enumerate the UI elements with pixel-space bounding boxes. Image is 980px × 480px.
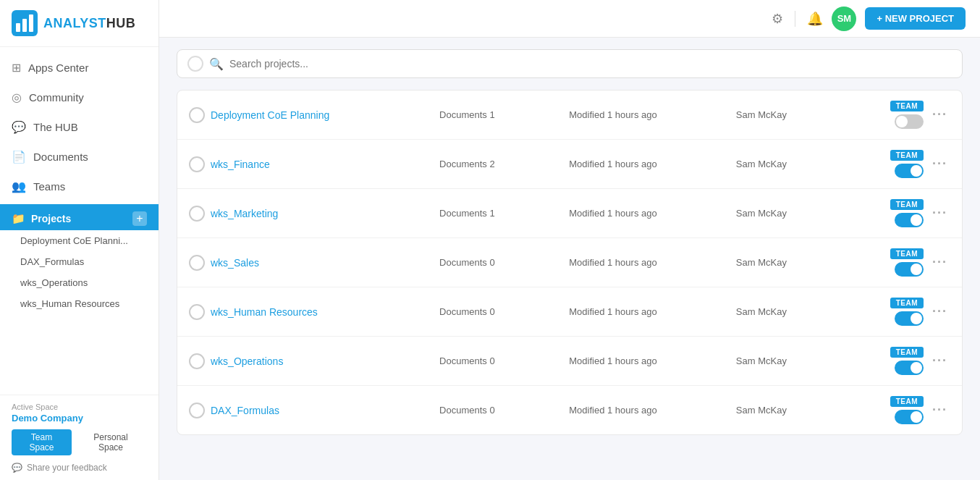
sidebar-item-teams[interactable]: 👥 Teams	[0, 172, 159, 201]
table-row: wks_Finance Documents 2 Modified 1 hours…	[177, 140, 962, 189]
topbar-divider	[795, 11, 795, 27]
hub-icon: 💬	[12, 120, 26, 134]
project-badge-toggle: TEAM	[866, 347, 924, 375]
table-row: DAX_Formulas Documents 0 Modified 1 hour…	[177, 386, 962, 434]
more-options-button[interactable]: ···	[929, 304, 950, 319]
community-icon: ◎	[12, 90, 22, 104]
project-owner: Sam McKay	[736, 405, 860, 416]
project-badge-toggle: TEAM	[866, 396, 924, 424]
project-name[interactable]: wks_Finance	[211, 159, 434, 170]
more-options-button[interactable]: ···	[929, 403, 950, 418]
toggle-knob	[911, 313, 922, 324]
table-row: wks_Sales Documents 0 Modified 1 hours a…	[177, 238, 962, 287]
row-checkbox[interactable]	[189, 403, 205, 418]
feedback-link[interactable]: 💬 Share your feedback	[12, 463, 147, 473]
project-docs: Documents 0	[439, 355, 563, 366]
apps-center-icon: ⊞	[12, 61, 21, 75]
project-modified: Modified 1 hours ago	[569, 306, 730, 317]
sidebar-bottom: Active Space Demo Company Team Space Per…	[0, 395, 159, 480]
notification-icon[interactable]: 🔔	[807, 11, 823, 27]
sidebar-item-apps-center[interactable]: ⊞ Apps Center	[0, 53, 159, 83]
project-name[interactable]: Deployment CoE Planning	[211, 109, 434, 121]
project-toggle[interactable]	[895, 410, 924, 424]
project-toggle[interactable]	[895, 164, 924, 178]
project-toggle[interactable]	[895, 361, 924, 375]
project-owner: Sam McKay	[736, 109, 860, 120]
team-badge: TEAM	[890, 199, 924, 210]
table-row: wks_Operations Documents 0 Modified 1 ho…	[177, 337, 962, 386]
table-row: Deployment CoE Planning Documents 1 Modi…	[177, 90, 962, 140]
svg-rect-1	[16, 23, 20, 32]
teams-icon: 👥	[12, 180, 26, 193]
table-row: wks_Human Resources Documents 0 Modified…	[177, 287, 962, 337]
feedback-icon: 💬	[12, 463, 22, 473]
more-options-button[interactable]: ···	[929, 353, 950, 369]
project-modified: Modified 1 hours ago	[569, 257, 730, 268]
projects-icon: 📁	[12, 212, 25, 225]
more-options-button[interactable]: ···	[929, 255, 950, 270]
select-all-checkbox[interactable]	[187, 56, 203, 72]
add-project-button[interactable]: +	[132, 211, 147, 226]
team-space-tab[interactable]: Team Space	[12, 429, 72, 455]
row-checkbox[interactable]	[189, 107, 205, 123]
project-owner: Sam McKay	[736, 257, 860, 268]
sidebar-item-label: Teams	[33, 180, 65, 193]
toggle-knob	[911, 214, 922, 226]
projects-header[interactable]: 📁 Projects +	[0, 204, 159, 230]
team-badge: TEAM	[890, 150, 924, 161]
project-toggle[interactable]	[895, 213, 924, 227]
topbar: ⚙ 🔔 SM + NEW PROJECT	[159, 0, 980, 38]
project-name[interactable]: DAX_Formulas	[211, 405, 434, 416]
active-space-name: Demo Company	[12, 413, 147, 424]
sidebar-item-label: Community	[29, 91, 84, 104]
toggle-knob	[911, 165, 922, 177]
sidebar-item-the-hub[interactable]: 💬 The HUB	[0, 112, 159, 142]
row-checkbox[interactable]	[189, 206, 205, 222]
active-space-label: Active Space	[12, 403, 147, 411]
project-docs: Documents 1	[439, 109, 563, 120]
projects-section: 📁 Projects + Deployment CoE Planni... DA…	[0, 201, 159, 317]
row-checkbox[interactable]	[189, 255, 205, 271]
row-checkbox[interactable]	[189, 304, 205, 320]
new-project-button[interactable]: + NEW PROJECT	[865, 7, 966, 30]
search-input[interactable]	[229, 58, 952, 70]
personal-space-tab[interactable]: Personal Space	[75, 429, 147, 455]
avatar[interactable]: SM	[832, 7, 856, 31]
toggle-knob	[911, 411, 922, 423]
sidebar-item-documents[interactable]: 📄 Documents	[0, 142, 159, 172]
topbar-icons: ⚙ 🔔 SM + NEW PROJECT	[772, 7, 966, 31]
sidebar: ANALYSTHUB ⊞ Apps Center ◎ Community 💬 T…	[0, 0, 159, 480]
project-badge-toggle: TEAM	[866, 298, 924, 326]
project-name[interactable]: wks_Marketing	[211, 208, 434, 219]
row-checkbox[interactable]	[189, 353, 205, 369]
row-checkbox[interactable]	[189, 156, 205, 172]
project-badge-toggle: TEAM	[866, 199, 924, 227]
sidebar-project-item[interactable]: wks_Human Resources	[0, 293, 159, 314]
project-name[interactable]: wks_Operations	[211, 355, 434, 367]
project-name[interactable]: wks_Sales	[211, 257, 434, 269]
more-options-button[interactable]: ···	[929, 107, 950, 122]
project-modified: Modified 1 hours ago	[569, 405, 730, 416]
team-badge: TEAM	[890, 347, 924, 358]
projects-table: Deployment CoE Planning Documents 1 Modi…	[177, 90, 963, 435]
sidebar-project-item[interactable]: DAX_Formulas	[0, 251, 159, 272]
more-options-button[interactable]: ···	[929, 156, 950, 172]
project-name[interactable]: wks_Human Resources	[211, 306, 434, 318]
projects-label: Projects	[31, 213, 71, 224]
project-modified: Modified 1 hours ago	[569, 109, 730, 120]
sidebar-item-label: Documents	[33, 151, 88, 163]
project-toggle[interactable]	[895, 262, 924, 277]
filter-icon[interactable]: ⚙	[772, 11, 783, 27]
sidebar-project-item[interactable]: wks_Operations	[0, 272, 159, 293]
project-toggle[interactable]	[895, 311, 924, 326]
project-modified: Modified 1 hours ago	[569, 159, 730, 169]
sidebar-project-item[interactable]: Deployment CoE Planni...	[0, 230, 159, 251]
logo-icon	[12, 10, 38, 36]
project-toggle[interactable]	[895, 114, 924, 129]
sidebar-nav: ⊞ Apps Center ◎ Community 💬 The HUB 📄 Do…	[0, 47, 159, 395]
project-docs: Documents 0	[439, 306, 563, 317]
more-options-button[interactable]: ···	[929, 206, 950, 221]
toggle-knob	[911, 362, 922, 374]
sidebar-item-community[interactable]: ◎ Community	[0, 83, 159, 112]
logo[interactable]: ANALYSTHUB	[0, 0, 159, 47]
